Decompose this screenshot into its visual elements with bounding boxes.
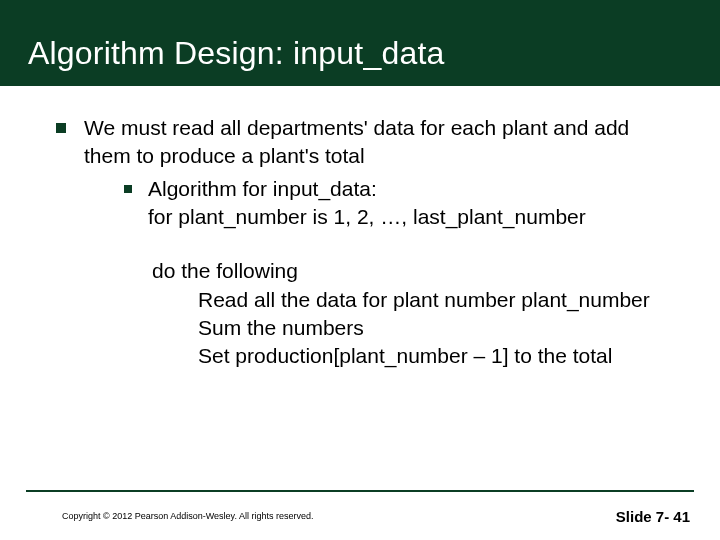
bullet-level1: We must read all departments' data for e…: [56, 114, 664, 371]
step-line: Set production[plant_number – 1] to the …: [152, 342, 664, 370]
steps-lead: do the following: [152, 257, 664, 285]
algorithm-steps: do the following Read all the data for p…: [152, 257, 664, 370]
bullet1-text: We must read all departments' data for e…: [84, 116, 629, 167]
slide: Algorithm Design: input_data We must rea…: [0, 0, 720, 540]
square-bullet-icon: [56, 123, 66, 133]
step-line: Read all the data for plant number plant…: [152, 286, 664, 314]
bullet2-line2: for plant_number is 1, 2, …, last_plant_…: [148, 203, 664, 231]
bullet2-line1: Algorithm for input_data:: [148, 175, 664, 203]
bullet-level2: Algorithm for input_data: for plant_numb…: [124, 175, 664, 232]
bullet-level1-text: We must read all departments' data for e…: [84, 114, 664, 371]
copyright-text: Copyright © 2012 Pearson Addison-Wesley.…: [62, 511, 313, 521]
slide-body: We must read all departments' data for e…: [0, 86, 720, 490]
slide-title: Algorithm Design: input_data: [28, 35, 445, 72]
step-line: Sum the numbers: [152, 314, 664, 342]
square-bullet-icon: [124, 185, 132, 193]
slide-number: Slide 7- 41: [616, 508, 690, 525]
title-bar: Algorithm Design: input_data: [0, 0, 720, 86]
bullet-level2-text: Algorithm for input_data: for plant_numb…: [148, 175, 664, 232]
slide-footer: Copyright © 2012 Pearson Addison-Wesley.…: [0, 492, 720, 540]
